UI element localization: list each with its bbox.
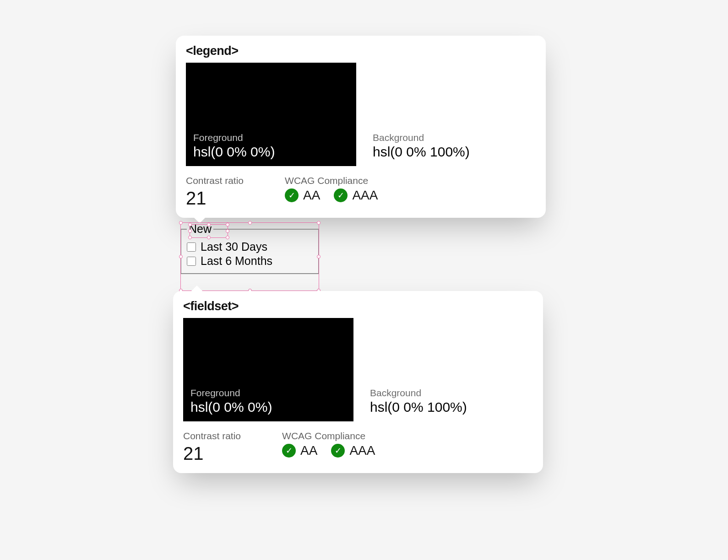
wcag-label: WCAG Compliance [285, 175, 378, 186]
contrast-value: 21 [186, 188, 244, 209]
contrast-label: Contrast ratio [186, 175, 244, 186]
metrics-row: Contrast ratio 21 WCAG Compliance AA AAA [183, 431, 533, 464]
background-swatch: Background hsl(0 0% 100%) [365, 63, 536, 166]
wcag-aaa-text: AAA [349, 443, 375, 458]
background-value: hsl(0 0% 100%) [370, 399, 526, 415]
check-icon [331, 444, 345, 458]
foreground-label: Foreground [193, 132, 349, 143]
inspector-stage: <legend> Foreground hsl(0 0% 0%) Backgro… [0, 0, 728, 560]
contrast-metric: Contrast ratio 21 [183, 431, 241, 464]
wcag-values: AA AAA [285, 188, 378, 203]
check-icon [334, 188, 348, 202]
wcag-metric: WCAG Compliance AA AAA [282, 431, 375, 464]
checkbox-label: Last 30 Days [201, 240, 267, 253]
foreground-value: hsl(0 0% 0%) [190, 399, 346, 415]
foreground-swatch: Foreground hsl(0 0% 0%) [183, 318, 353, 421]
contrast-card-fieldset: <fieldset> Foreground hsl(0 0% 0%) Backg… [173, 291, 543, 473]
checkbox-last-30-days[interactable] [187, 242, 196, 252]
element-tag: <fieldset> [183, 299, 533, 313]
contrast-value: 21 [183, 443, 241, 464]
fieldset-element[interactable]: New Last 30 Days Last 6 Months [180, 222, 319, 274]
check-icon [282, 444, 296, 458]
tooltip-tip-icon [191, 285, 202, 291]
wcag-metric: WCAG Compliance AA AAA [285, 175, 378, 209]
wcag-aa-badge: AA [282, 443, 317, 458]
wcag-aa-text: AA [300, 443, 317, 458]
wcag-label: WCAG Compliance [282, 431, 375, 442]
background-label: Background [373, 132, 528, 143]
background-label: Background [370, 388, 526, 398]
background-value: hsl(0 0% 100%) [373, 144, 528, 160]
contrast-card-legend: <legend> Foreground hsl(0 0% 0%) Backgro… [176, 36, 546, 218]
metrics-row: Contrast ratio 21 WCAG Compliance AA AAA [186, 175, 536, 209]
wcag-aa-badge: AA [285, 188, 320, 203]
check-icon [285, 188, 299, 202]
background-swatch: Background hsl(0 0% 100%) [363, 318, 533, 421]
swatch-row: Foreground hsl(0 0% 0%) Background hsl(0… [183, 318, 533, 421]
wcag-aaa-badge: AAA [334, 188, 378, 203]
foreground-value: hsl(0 0% 0%) [193, 144, 349, 160]
contrast-metric: Contrast ratio 21 [186, 175, 244, 209]
checkbox-row[interactable]: Last 6 Months [187, 254, 313, 268]
wcag-values: AA AAA [282, 443, 375, 458]
foreground-label: Foreground [190, 388, 346, 398]
wcag-aaa-text: AAA [352, 188, 378, 203]
checkbox-label: Last 6 Months [201, 254, 272, 268]
foreground-swatch: Foreground hsl(0 0% 0%) [186, 63, 356, 166]
swatch-row: Foreground hsl(0 0% 0%) Background hsl(0… [186, 63, 536, 166]
selected-element-preview[interactable]: New Last 30 Days Last 6 Months [180, 222, 319, 274]
contrast-label: Contrast ratio [183, 431, 241, 442]
legend-element[interactable]: New [187, 222, 213, 236]
element-tag: <legend> [186, 44, 536, 58]
wcag-aa-text: AA [303, 188, 320, 203]
wcag-aaa-badge: AAA [331, 443, 375, 458]
checkbox-last-6-months[interactable] [187, 257, 196, 266]
checkbox-row[interactable]: Last 30 Days [187, 240, 313, 253]
